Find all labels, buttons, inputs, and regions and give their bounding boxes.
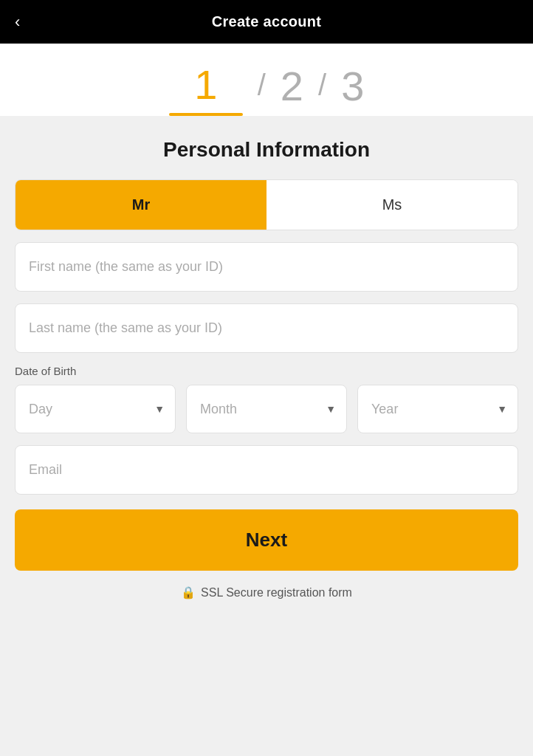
step-1-number: 1: [194, 64, 217, 113]
month-select[interactable]: Month January February March April May J…: [187, 385, 346, 433]
dob-label: Date of Birth: [15, 365, 518, 377]
month-select-wrapper: Month January February March April May J…: [186, 385, 347, 433]
back-button[interactable]: ‹: [15, 13, 20, 32]
day-select[interactable]: Day for(let i=1;i<=31;i++) document.writ…: [16, 385, 175, 433]
next-button[interactable]: Next: [15, 509, 518, 571]
dob-row: Day for(let i=1;i<=31;i++) document.writ…: [15, 385, 518, 433]
step-indicator: 1 / 2 / 3: [0, 44, 533, 116]
mr-button[interactable]: Mr: [16, 180, 266, 230]
email-input[interactable]: [15, 445, 518, 495]
ms-button[interactable]: Ms: [266, 180, 517, 230]
ssl-notice: 🔒 SSL Secure registration form: [15, 585, 518, 599]
step-divider-2: /: [318, 70, 326, 100]
year-select[interactable]: Year for(let y=2024;y>=1920;y--) documen…: [358, 385, 517, 433]
first-name-input[interactable]: [15, 242, 518, 292]
gender-toggle: Mr Ms: [15, 179, 518, 230]
last-name-input[interactable]: [15, 303, 518, 353]
step-2: 2: [281, 66, 303, 114]
ssl-label: SSL Secure registration form: [201, 586, 352, 599]
lock-icon: 🔒: [181, 585, 196, 599]
step-2-number: 2: [281, 66, 303, 114]
page-title: Create account: [212, 13, 322, 30]
back-icon: ‹: [15, 13, 20, 32]
step-1: 1: [169, 64, 243, 116]
step-3: 3: [341, 66, 364, 114]
year-select-wrapper: Year for(let y=2024;y>=1920;y--) documen…: [357, 385, 518, 433]
form-area: Personal Information Mr Ms Date of Birth…: [0, 116, 533, 622]
step-3-number: 3: [341, 66, 364, 114]
section-title: Personal Information: [15, 138, 518, 162]
step-divider-1: /: [258, 70, 266, 100]
day-select-wrapper: Day for(let i=1;i<=31;i++) document.writ…: [15, 385, 176, 433]
step-1-underline: [169, 113, 243, 116]
app-header: ‹ Create account: [0, 0, 533, 44]
